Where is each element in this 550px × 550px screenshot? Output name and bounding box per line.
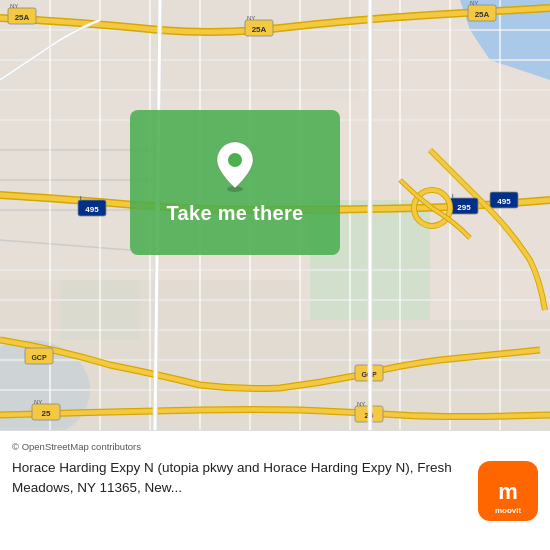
moovit-logo: m moovit — [478, 461, 538, 521]
location-pin-icon — [213, 140, 257, 192]
take-me-there-button[interactable]: Take me there — [130, 110, 340, 255]
svg-text:m: m — [498, 479, 518, 504]
svg-text:495: 495 — [497, 197, 511, 206]
svg-text:25A: 25A — [252, 25, 267, 34]
take-me-there-label: Take me there — [167, 202, 304, 225]
svg-text:495: 495 — [85, 205, 99, 214]
svg-text:NY: NY — [357, 401, 365, 407]
svg-text:NY: NY — [470, 0, 478, 6]
svg-text:moovit: moovit — [495, 506, 522, 515]
svg-text:GCP: GCP — [31, 354, 47, 361]
svg-text:25A: 25A — [475, 10, 490, 19]
bottom-bar: © OpenStreetMap contributors Horace Hard… — [0, 430, 550, 550]
address-section: © OpenStreetMap contributors Horace Hard… — [12, 441, 468, 497]
svg-text:NY: NY — [10, 3, 18, 9]
map-container: 25A NY 25A NY 25A NY 495 I 495 295 I — [0, 0, 550, 430]
attribution-text: © OpenStreetMap contributors — [12, 441, 468, 452]
svg-text:25A: 25A — [15, 13, 30, 22]
svg-text:295: 295 — [457, 203, 471, 212]
attribution-label: © OpenStreetMap contributors — [12, 441, 141, 452]
svg-rect-7 — [160, 0, 360, 100]
address-text: Horace Harding Expy N (utopia pkwy and H… — [12, 458, 468, 497]
svg-text:NY: NY — [247, 15, 255, 21]
svg-text:25: 25 — [42, 409, 51, 418]
svg-text:NY: NY — [34, 399, 42, 405]
moovit-logo-svg: m moovit — [478, 461, 538, 521]
svg-point-77 — [228, 153, 242, 167]
